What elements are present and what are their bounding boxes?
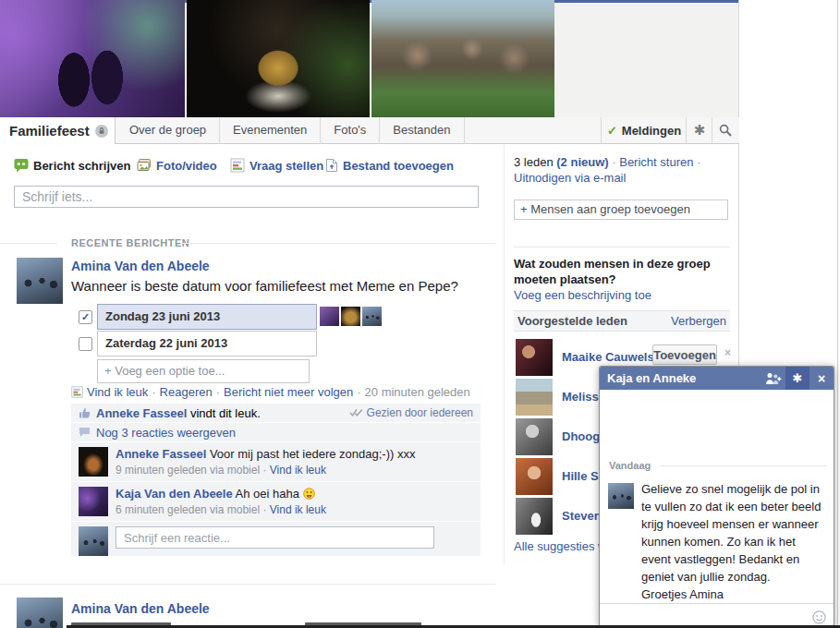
divider (600, 603, 834, 604)
add-file-button[interactable]: Bestand toevoegen (325, 158, 454, 173)
facebook-group-page: Familiefeest Over de groep Evenementen F… (0, 0, 840, 628)
poll-add-option-field[interactable]: + Voeg een optie toe... (97, 359, 310, 383)
photo-icon (137, 158, 152, 173)
seen-by-everyone: Gezien door iedereen (349, 406, 473, 419)
unfollow-link[interactable]: Bericht niet meer volgen (224, 385, 353, 399)
suggested-member-avatar[interactable] (516, 418, 553, 455)
window-edge (837, 0, 838, 628)
recent-posts-label: RECENTE BERICHTEN (71, 237, 189, 248)
like-link[interactable]: Vind ik leuk (87, 385, 148, 399)
chat-sender-avatar[interactable] (608, 483, 634, 509)
add-description-link[interactable]: Voeg een beschrijving toe (514, 288, 651, 302)
seen-check-icon (349, 408, 363, 417)
tab-bestanden[interactable]: Bestanden (380, 117, 464, 144)
suggested-member-link[interactable]: Maaike Cauwels (562, 350, 654, 364)
thumb-up-icon (79, 406, 91, 419)
commenter-link[interactable]: Anneke Fasseel (116, 447, 206, 461)
send-message-link[interactable]: Bericht sturen (619, 155, 693, 169)
close-icon: × (818, 371, 825, 386)
post-author-avatar[interactable] (17, 258, 63, 304)
poll-voter-avatar[interactable] (341, 307, 360, 326)
post-actions: Vind ik leuk · Reageren · Bericht niet m… (71, 385, 470, 399)
commenter-link[interactable]: Kaja Van den Abeele (116, 487, 233, 501)
suggested-member-avatar[interactable] (516, 379, 553, 416)
divider (0, 243, 57, 244)
tab-evenementen[interactable]: Evenementen (220, 117, 321, 144)
show-more-comments-row[interactable]: Nog 3 reacties weergeven (71, 423, 481, 441)
new-members-link[interactable]: (2 nieuw) (556, 155, 608, 169)
poll-option1[interactable]: Zondag 23 juni 2013 (97, 304, 317, 330)
status-input[interactable] (14, 186, 479, 208)
group-title: Familiefeest (9, 123, 90, 139)
suggested-member-avatar[interactable] (516, 498, 553, 535)
post-timestamp: 20 minuten geleden (365, 385, 470, 399)
tab-familiefeest[interactable]: Familiefeest (0, 117, 116, 144)
tab-over-de-groep[interactable]: Over de groep (116, 117, 220, 144)
poll-icon (230, 158, 245, 173)
viewer-avatar[interactable] (79, 526, 108, 556)
chat-date-label: Vandaag (609, 460, 651, 471)
post-author-link[interactable]: Amina Van den Abeele (71, 259, 210, 273)
column-divider (504, 144, 505, 565)
chat-header[interactable]: Kaja en Anneke ✱ × (600, 367, 834, 390)
search-icon (719, 124, 732, 137)
search-button[interactable] (712, 117, 738, 143)
cover-photo-group[interactable] (371, 0, 554, 117)
members-summary: 3 leden (2 nieuw) · Bericht sturen · Uit… (514, 154, 736, 186)
dismiss-suggestion-icon[interactable]: × (724, 346, 731, 359)
comment: Kaja Van den Abeele Ah oei haha 6 minute… (71, 482, 481, 521)
liker-link[interactable]: Anneke Fasseel (96, 406, 187, 420)
poll-option1-checkbox[interactable]: ✓ (79, 310, 92, 324)
chat-settings-button[interactable]: ✱ (785, 367, 810, 390)
divider (181, 243, 495, 244)
commenter-avatar[interactable] (79, 487, 108, 516)
chat-window: Kaja en Anneke ✱ × Vandaag Gelieve zo sn… (599, 366, 834, 628)
add-person-to-chat-button[interactable] (761, 367, 785, 390)
post-author-avatar[interactable] (17, 598, 63, 628)
comment-link[interactable]: Reageren (160, 385, 213, 399)
check-icon: ✓ (607, 124, 617, 138)
comment-like-link[interactable]: Vind ik leuk (270, 503, 326, 516)
write-post-button[interactable]: Bericht schrijven (14, 158, 131, 173)
comment-like-link[interactable]: Vind ik leuk (270, 464, 326, 477)
comment-input[interactable] (116, 526, 434, 549)
poll-mini-icon (71, 386, 83, 398)
ask-question-button[interactable]: Vraag stellen (230, 158, 323, 173)
hide-suggestions-link[interactable]: Verbergen (671, 314, 730, 328)
comment: Anneke Fasseel Voor mij past het iedere … (71, 442, 481, 481)
group-description-prompt: Wat zouden mensen in deze groep moeten p… (514, 256, 736, 287)
chat-title: Kaja en Anneke (600, 371, 761, 385)
cover-empty-area (554, 3, 739, 117)
divider (659, 465, 827, 466)
comment-bubble-icon (79, 427, 91, 438)
chat-message: Gelieve zo snel mogelijk de pol in te vu… (641, 480, 827, 603)
group-tabs: Over de groep Evenementen Foto's Bestand… (116, 117, 465, 144)
poll-option2-checkbox[interactable] (79, 337, 92, 351)
divider (0, 584, 495, 585)
commenter-avatar[interactable] (79, 447, 108, 477)
gear-icon: ✱ (793, 371, 803, 385)
photo-video-button[interactable]: Foto/video (137, 158, 217, 173)
file-upload-icon (325, 158, 338, 173)
cover-photo-night-chair[interactable] (187, 0, 370, 117)
chat-close-button[interactable]: × (810, 367, 834, 390)
add-person-icon (765, 372, 782, 385)
write-bubble-icon (14, 158, 29, 173)
poll-option2[interactable]: Zaterdag 22 juni 2013 (97, 331, 317, 356)
add-people-field[interactable]: + Mensen aan groep toevoegen (514, 199, 728, 220)
suggested-member-avatar[interactable] (516, 458, 553, 495)
divider (514, 247, 730, 248)
privacy-lock-icon (95, 125, 108, 138)
tongue-emoji-icon (303, 488, 315, 500)
post-author-link[interactable]: Amina Van den Abeele (71, 601, 210, 616)
tab-fotos[interactable]: Foto's (321, 117, 380, 144)
settings-gear-button[interactable]: ✱ (686, 117, 712, 143)
add-member-button[interactable]: Toevoegen (652, 344, 717, 365)
poll-voter-avatar[interactable] (320, 307, 339, 326)
emoticon-picker-icon[interactable] (812, 610, 826, 624)
cover-photo-concert[interactable] (0, 0, 185, 117)
suggested-member-avatar[interactable] (516, 339, 553, 376)
poll-voter-avatar[interactable] (362, 307, 382, 326)
notifications-button[interactable]: ✓ Meldingen (601, 117, 687, 143)
invite-email-link[interactable]: Uitnodigen via e-mail (514, 171, 626, 185)
